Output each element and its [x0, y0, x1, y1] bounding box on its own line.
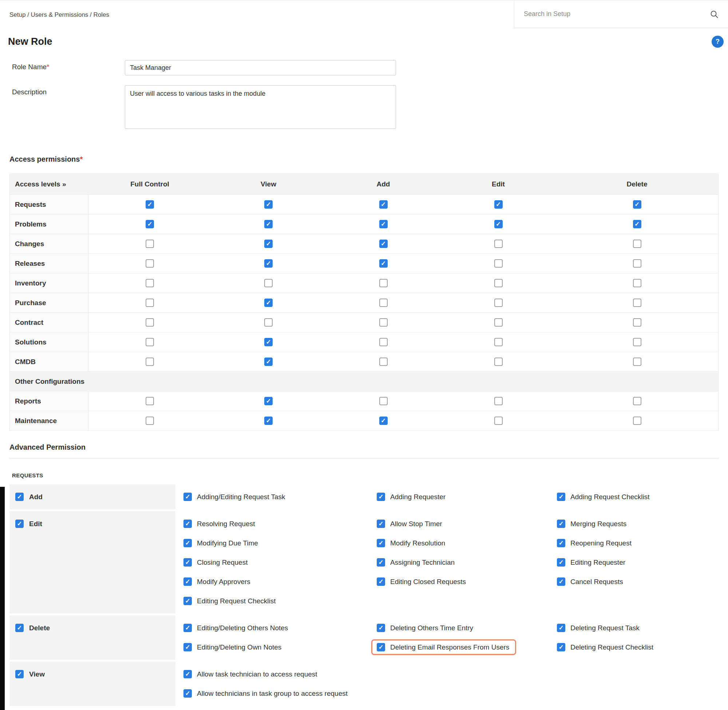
- cb-reports-delete[interactable]: [633, 397, 642, 405]
- cb-releases-add[interactable]: [379, 259, 388, 268]
- description-field[interactable]: User will access to various tasks in the…: [125, 85, 396, 129]
- cb-reports-edit[interactable]: [494, 397, 503, 405]
- cb-reopening-request[interactable]: [557, 539, 565, 547]
- cb-maintenance-delete[interactable]: [633, 417, 642, 425]
- cb-purchase-add[interactable]: [379, 299, 388, 307]
- cb-cmdb-view[interactable]: [264, 358, 272, 366]
- cb-adding-request-checklist[interactable]: [557, 493, 565, 501]
- cb-maintenance-edit[interactable]: [494, 417, 503, 425]
- group-edit-header: Edit: [9, 511, 176, 613]
- group-delete-checkbox[interactable]: [15, 624, 23, 632]
- cb-maintenance-view[interactable]: [264, 417, 272, 425]
- cb-inventory-view[interactable]: [264, 279, 272, 287]
- cb-problems-add[interactable]: [379, 220, 388, 228]
- cb-editing-requester[interactable]: [557, 558, 565, 566]
- cb-editing-closed-requests[interactable]: [377, 578, 385, 586]
- cb-releases-full-control[interactable]: [146, 259, 154, 268]
- cb-inventory-full-control[interactable]: [146, 279, 154, 287]
- cb-modify-approvers[interactable]: [183, 578, 192, 586]
- cb-merging-requests[interactable]: [557, 519, 565, 528]
- cb-requests-view[interactable]: [264, 200, 272, 208]
- cb-contract-full-control[interactable]: [146, 318, 154, 327]
- cb-changes-add[interactable]: [379, 239, 388, 248]
- cb-inventory-edit[interactable]: [494, 279, 503, 287]
- role-name-input[interactable]: [125, 60, 396, 75]
- cb-releases-edit[interactable]: [494, 259, 503, 268]
- cb-cmdb-edit[interactable]: [494, 358, 503, 366]
- cb-editing-request-checklist[interactable]: [183, 597, 192, 605]
- cb-contract-add[interactable]: [379, 318, 388, 327]
- group-edit-checkbox[interactable]: [15, 519, 23, 528]
- cb-editing-deleting-own-notes[interactable]: [183, 643, 192, 651]
- cb-cmdb-delete[interactable]: [633, 358, 642, 366]
- cb-editing-deleting-others-notes[interactable]: [183, 624, 192, 632]
- cb-adding-editing-request-task[interactable]: [183, 493, 192, 501]
- cb-maintenance-add[interactable]: [379, 417, 388, 425]
- cb-releases-delete[interactable]: [633, 259, 642, 268]
- cb-assigning-technician[interactable]: [377, 558, 385, 566]
- cb-requests-add[interactable]: [379, 200, 388, 208]
- cb-solutions-add[interactable]: [379, 338, 388, 346]
- cb-problems-delete[interactable]: [633, 220, 642, 228]
- cb-deleting-others-time-entry[interactable]: [377, 624, 385, 632]
- cb-deleting-request-task[interactable]: [557, 624, 565, 632]
- cb-reports-full-control[interactable]: [146, 397, 154, 405]
- cb-allow-task-group-technicians-access-request[interactable]: [183, 689, 192, 698]
- group-edit: Edit Resolving Request Modifying Due Tim…: [9, 511, 719, 613]
- cb-cmdb-add[interactable]: [379, 358, 388, 366]
- cb-changes-full-control[interactable]: [146, 239, 154, 248]
- cb-reports-add[interactable]: [379, 397, 388, 405]
- cb-changes-delete[interactable]: [633, 239, 642, 248]
- cb-modify-resolution[interactable]: [377, 539, 385, 547]
- cb-problems-view[interactable]: [264, 220, 272, 228]
- cb-contract-delete[interactable]: [633, 318, 642, 327]
- search-icon[interactable]: [710, 10, 719, 19]
- cb-releases-view[interactable]: [264, 259, 272, 268]
- cb-requests-delete[interactable]: [633, 200, 642, 208]
- access-row-contract: Contract: [10, 313, 718, 332]
- setup-search-input[interactable]: [524, 10, 705, 18]
- cb-purchase-delete[interactable]: [633, 299, 642, 307]
- group-add-checkbox[interactable]: [15, 493, 23, 501]
- cb-purchase-edit[interactable]: [494, 299, 503, 307]
- cb-solutions-view[interactable]: [264, 338, 272, 346]
- cb-solutions-delete[interactable]: [633, 338, 642, 346]
- help-icon[interactable]: ?: [712, 36, 724, 48]
- cb-allow-stop-timer[interactable]: [377, 519, 385, 528]
- adv-item: Cancel Requests: [557, 572, 719, 591]
- cb-contract-view[interactable]: [264, 318, 272, 327]
- cb-inventory-add[interactable]: [379, 279, 388, 287]
- cb-solutions-full-control[interactable]: [146, 338, 154, 346]
- cb-inventory-delete[interactable]: [633, 279, 642, 287]
- cb-maintenance-full-control[interactable]: [146, 417, 154, 425]
- cb-changes-edit[interactable]: [494, 239, 503, 248]
- cb-problems-full-control[interactable]: [146, 220, 154, 228]
- adv-item: Modify Resolution: [377, 533, 557, 553]
- cb-cancel-requests[interactable]: [557, 578, 565, 586]
- cb-requests-edit[interactable]: [494, 200, 503, 208]
- row-label-maintenance: Maintenance: [10, 411, 88, 430]
- adv-item-label: Cancel Requests: [570, 578, 623, 586]
- cb-contract-edit[interactable]: [494, 318, 503, 327]
- cb-reports-view[interactable]: [264, 397, 272, 405]
- cb-purchase-view[interactable]: [264, 299, 272, 307]
- access-row-maintenance: Maintenance: [10, 411, 718, 431]
- breadcrumb[interactable]: Setup / Users & Permissions / Roles: [0, 0, 109, 28]
- cb-modifying-due-time[interactable]: [183, 539, 192, 547]
- group-view-checkbox[interactable]: [15, 670, 23, 678]
- cb-cmdb-full-control[interactable]: [146, 358, 154, 366]
- cb-problems-edit[interactable]: [494, 220, 503, 228]
- cb-changes-view[interactable]: [264, 239, 272, 248]
- access-permissions-table: Access levels » Full Control View Add Ed…: [9, 174, 719, 431]
- cb-resolving-request[interactable]: [183, 519, 192, 528]
- cb-deleting-request-checklist[interactable]: [557, 643, 565, 651]
- access-levels-header[interactable]: Access levels »: [10, 174, 88, 194]
- cb-adding-requester[interactable]: [377, 493, 385, 501]
- cb-deleting-email-responses-from-users[interactable]: [377, 643, 385, 651]
- cb-purchase-full-control[interactable]: [146, 299, 154, 307]
- cb-allow-task-technician-access-request[interactable]: [183, 670, 192, 678]
- cb-requests-full-control[interactable]: [146, 200, 154, 208]
- cb-solutions-edit[interactable]: [494, 338, 503, 346]
- cb-closing-request[interactable]: [183, 558, 192, 566]
- adv-item-label: Allow task technician to access request: [197, 670, 318, 678]
